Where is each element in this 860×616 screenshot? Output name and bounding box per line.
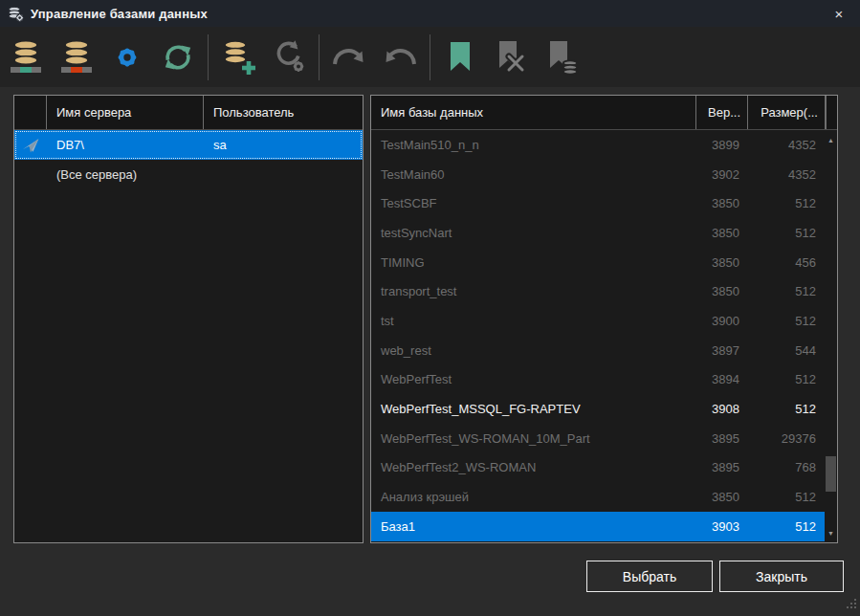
database-size: 512	[747, 196, 825, 210]
database-size: 512	[747, 372, 825, 386]
settings-gear-button[interactable]	[106, 36, 148, 78]
database-version: 3897	[695, 343, 747, 358]
database-name: Анализ крэшей	[371, 490, 695, 504]
disconnect-database-button[interactable]	[55, 36, 98, 78]
column-header-scrollbar-spacer	[826, 96, 837, 129]
toolbar-separator	[430, 34, 430, 80]
add-database-button[interactable]	[217, 36, 259, 78]
database-size: 512	[747, 314, 825, 328]
server-name: (Все сервера)	[47, 167, 204, 182]
database-name: TestMain60	[371, 167, 695, 182]
database-row[interactable]: Анализ крэшей3850512	[371, 482, 825, 512]
column-header-server-user[interactable]: Пользователь	[204, 96, 363, 129]
server-row[interactable]: DB7\sa	[14, 130, 363, 160]
database-row[interactable]: TIMING3850456	[371, 248, 825, 277]
servers-table-body: DB7\sa(Все сервера)	[14, 130, 363, 189]
database-row[interactable]: web_rest3897544	[371, 336, 825, 365]
database-name: testSyncNart	[371, 226, 695, 240]
database-version: 3908	[695, 402, 747, 416]
database-row[interactable]: tst3900512	[371, 306, 825, 336]
database-row[interactable]: WebPerfTest2_WS-ROMAN3895768	[371, 453, 825, 483]
databases-table-body: TestMain510_n_n38994352TestMain603902435…	[371, 130, 837, 541]
database-size: 4352	[747, 167, 825, 182]
server-row[interactable]: (Все сервера)	[14, 160, 363, 189]
database-version: 3895	[695, 460, 747, 474]
database-size: 512	[747, 519, 825, 534]
database-size: 512	[747, 284, 825, 298]
database-size: 512	[747, 226, 825, 240]
database-name: WebPerfTest_WS-ROMAN_10M_Part	[371, 431, 695, 446]
add-bookmark-button[interactable]	[439, 36, 481, 78]
database-row[interactable]: База13903512	[371, 512, 825, 541]
scrollbar-up-icon[interactable]: ▲	[825, 132, 837, 147]
databases-table-header: Имя базы данных Вер... Размер(...	[371, 96, 837, 130]
database-gear-app-icon	[8, 6, 24, 22]
undo-button	[379, 36, 421, 78]
column-header-server-name[interactable]: Имя сервера	[47, 96, 204, 129]
toolbar-separator	[208, 34, 209, 80]
database-name: WebPerfTest	[371, 372, 695, 386]
database-version: 3899	[695, 138, 747, 152]
database-version: 3850	[695, 284, 747, 298]
resize-grip-icon[interactable]	[847, 596, 857, 613]
database-row[interactable]: TestMain510_n_n38994352	[371, 130, 825, 160]
scrollbar-down-icon[interactable]: ▼	[825, 525, 837, 540]
database-row[interactable]: TestSCBF3850512	[371, 188, 825, 218]
window-close-button[interactable]: ×	[818, 0, 860, 27]
database-name: web_rest	[371, 343, 695, 358]
database-row[interactable]: WebPerfTest3894512	[371, 365, 825, 395]
column-header-database-version[interactable]: Вер...	[696, 96, 748, 129]
database-management-window: Управление базами данных ×	[0, 0, 860, 616]
database-size: 512	[747, 402, 825, 416]
servers-table: Имя сервера Пользователь DB7\sa(Все серв…	[13, 95, 364, 543]
toolbar	[0, 27, 860, 87]
database-version: 3895	[695, 431, 747, 446]
database-size: 544	[747, 343, 825, 358]
database-version: 3850	[695, 255, 747, 270]
servers-table-header: Имя сервера Пользователь	[14, 96, 363, 130]
redo-button	[328, 36, 370, 78]
database-name: transport_test	[371, 284, 695, 298]
database-row[interactable]: WebPerfTest_MSSQL_FG-RAPTEV3908512	[371, 394, 825, 424]
database-name: TIMING	[371, 255, 695, 270]
databases-scrollbar[interactable]: ▲ ▼	[825, 130, 837, 542]
databases-table: Имя базы данных Вер... Размер(... TestMa…	[370, 95, 838, 543]
column-header-database-size[interactable]: Размер(...	[748, 96, 826, 129]
remove-bookmark-button	[490, 36, 532, 78]
database-version: 3894	[695, 372, 747, 386]
refresh-button[interactable]	[157, 36, 199, 78]
connect-database-button[interactable]	[5, 36, 47, 78]
database-row[interactable]: transport_test3850512	[371, 276, 825, 306]
database-version: 3903	[695, 519, 747, 534]
window-title: Управление базами данных	[31, 7, 208, 21]
database-row[interactable]: testSyncNart3850512	[371, 218, 825, 248]
database-size: 29376	[747, 431, 825, 446]
bookmark-database-button	[540, 36, 583, 78]
database-size: 456	[747, 255, 825, 270]
connected-server-icon	[14, 136, 47, 155]
refresh-settings-button	[268, 36, 310, 78]
database-version: 3902	[695, 167, 747, 182]
close-button[interactable]: Закрыть	[719, 561, 844, 592]
database-name: TestSCBF	[371, 196, 695, 210]
toolbar-separator	[319, 34, 320, 80]
database-name: База1	[371, 519, 695, 534]
database-name: tst	[371, 314, 695, 328]
select-button[interactable]: Выбрать	[586, 561, 713, 592]
server-user: sa	[204, 138, 363, 152]
database-version: 3850	[695, 490, 747, 504]
database-size: 768	[747, 460, 825, 474]
server-name: DB7\	[47, 138, 204, 152]
column-header-database-name[interactable]: Имя базы данных	[371, 96, 696, 129]
scrollbar-thumb[interactable]	[826, 456, 836, 492]
database-version: 3850	[695, 196, 747, 210]
column-header-server-icon[interactable]	[14, 96, 47, 129]
database-name: WebPerfTest2_WS-ROMAN	[371, 460, 695, 474]
database-name: WebPerfTest_MSSQL_FG-RAPTEV	[371, 402, 695, 416]
database-size: 4352	[747, 138, 825, 152]
database-name: TestMain510_n_n	[371, 138, 695, 152]
database-row[interactable]: WebPerfTest_WS-ROMAN_10M_Part389529376	[371, 424, 825, 453]
titlebar: Управление базами данных ×	[0, 0, 860, 27]
database-row[interactable]: TestMain6039024352	[371, 160, 825, 189]
database-version: 3850	[695, 226, 747, 240]
